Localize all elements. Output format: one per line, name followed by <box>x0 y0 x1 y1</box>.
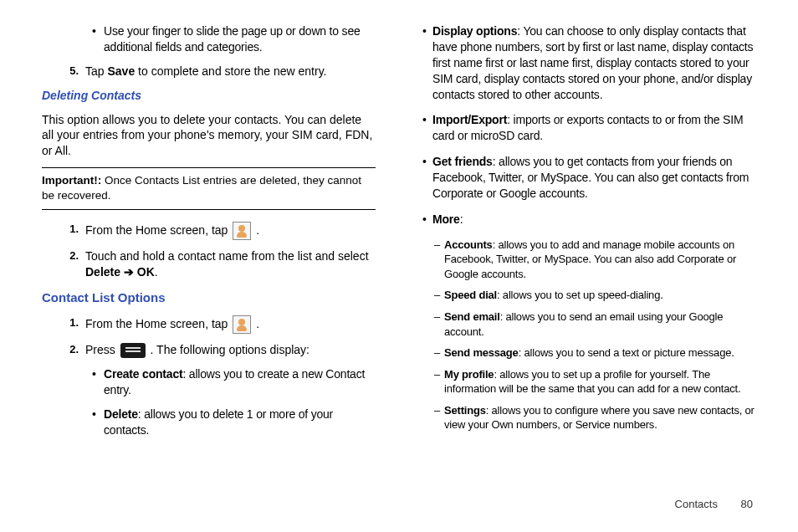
text: : allows you to delete 1 or more of your… <box>104 407 333 437</box>
step-5: 5. Tap Save to complete and store the ne… <box>67 64 376 79</box>
bold-text: Send message <box>444 346 519 359</box>
bullet-glyph: • <box>92 23 104 55</box>
more-send-email: – Send email: allows you to send an emai… <box>434 309 756 339</box>
option-delete: • Delete: allows you to delete 1 or more… <box>92 407 376 438</box>
step-body: Tap Save to complete and store the new e… <box>85 64 376 79</box>
bullet-text: Get friends: allows you to get contacts … <box>432 154 756 202</box>
dash-text: Accounts: allows you to add and manage m… <box>444 238 756 282</box>
bold-text: Speed dial <box>444 289 497 301</box>
bold-text: Save <box>107 64 135 78</box>
contacts-icon <box>233 222 251 240</box>
more-accounts: – Accounts: allows you to add and manage… <box>434 238 756 282</box>
dash-glyph: – <box>434 288 444 303</box>
bullet-item: • Use your finger to slide the page up o… <box>92 23 376 55</box>
text: : allows you to set up speed-dialing. <box>497 289 663 301</box>
more-my-profile: – My profile: allows you to set up a pro… <box>434 367 756 396</box>
bullet-glyph: • <box>422 112 432 144</box>
step-body: Touch and hold a contact name from the l… <box>85 248 376 280</box>
bold-text: Import/Export <box>432 113 507 126</box>
bullet-text: Use your finger to slide the page up or … <box>104 23 376 55</box>
text: Press <box>85 343 119 356</box>
text: . The following options display: <box>151 343 309 356</box>
step-number: 2. <box>67 248 85 263</box>
bold-text: More <box>432 212 460 226</box>
bold-text: Settings <box>444 404 486 417</box>
dash-text: Speed dial: allows you to set up speed-d… <box>444 288 756 303</box>
bold-text: Display options <box>432 24 517 38</box>
arrow-icon: ➔ <box>120 265 137 279</box>
dash-glyph: – <box>434 309 444 339</box>
step-number: 5. <box>67 64 85 79</box>
option-get-friends: • Get friends: allows you to get contact… <box>422 154 756 202</box>
bold-text: Send email <box>444 310 500 323</box>
text: . <box>256 316 259 330</box>
bullet-glyph: • <box>422 212 432 228</box>
bold-text: My profile <box>444 368 494 381</box>
dash-glyph: – <box>434 238 444 282</box>
bullet-text: Import/Export: imports or exports contac… <box>432 112 756 144</box>
bold-text: Delete <box>104 407 138 421</box>
more-settings: – Settings: allows you to configure wher… <box>434 403 756 432</box>
text: Touch and hold a contact name from the l… <box>85 249 369 263</box>
option-create-contact: • Create contact: allows you to create a… <box>92 366 376 398</box>
menu-icon <box>120 343 146 358</box>
dash-glyph: – <box>434 403 444 432</box>
dash-glyph: – <box>434 345 444 361</box>
heading-contact-list-options: Contact List Options <box>42 289 376 306</box>
text: : allows you to send a text or picture m… <box>519 346 734 359</box>
bullet-text: Create contact: allows you to create a n… <box>104 366 376 398</box>
footer-page-number: 80 <box>741 498 753 510</box>
bold-text: OK <box>137 265 155 279</box>
bullet-text: Delete: allows you to delete 1 or more o… <box>104 407 376 438</box>
dash-glyph: – <box>434 367 444 396</box>
bold-text: Delete <box>85 265 120 279</box>
bold-text: Create contact <box>104 367 182 381</box>
footer-section: Contacts <box>675 498 718 510</box>
dash-text: Settings: allows you to configure where … <box>444 403 756 432</box>
option-display-options: • Display options: You can choose to onl… <box>422 23 756 102</box>
option-more: • More: <box>422 212 756 228</box>
text: From the Home screen, tap <box>85 223 231 236</box>
right-column: • Display options: You can choose to onl… <box>422 23 756 447</box>
bullet-text: More: <box>432 212 756 228</box>
heading-deleting-contacts: Deleting Contacts <box>42 88 376 104</box>
bullet-glyph: • <box>92 366 104 398</box>
bold-text: Accounts <box>444 238 493 251</box>
dash-text: My profile: allows you to set up a profi… <box>444 367 756 396</box>
dash-text: Send message: allows you to send a text … <box>444 345 756 361</box>
clo-step-2: 2. Press . The following options display… <box>67 342 376 358</box>
step-body: From the Home screen, tap . <box>85 222 376 240</box>
text: : allows you to configure where you save… <box>444 404 755 432</box>
step-body: From the Home screen, tap . <box>85 315 376 334</box>
contacts-icon <box>233 315 251 334</box>
text: Tap <box>85 64 107 78</box>
text: From the Home screen, tap <box>85 316 231 330</box>
paragraph: This option allows you to delete your co… <box>42 112 376 160</box>
bullet-glyph: • <box>422 154 432 202</box>
step-number: 1. <box>67 222 85 237</box>
dash-text: Send email: allows you to send an email … <box>444 309 756 339</box>
text: . <box>155 265 158 279</box>
clo-step-1: 1. From the Home screen, tap . <box>67 315 376 334</box>
bold-text: Get friends <box>432 155 493 168</box>
page-content: • Use your finger to slide the page up o… <box>0 0 798 463</box>
option-import-export: • Import/Export: imports or exports cont… <box>422 112 756 144</box>
bullet-glyph: • <box>422 23 432 102</box>
more-speed-dial: – Speed dial: allows you to set up speed… <box>434 288 756 303</box>
left-column: • Use your finger to slide the page up o… <box>42 23 376 447</box>
text: to complete and store the new entry. <box>135 64 326 78</box>
important-note: Important!: Once Contacts List entries a… <box>42 167 376 209</box>
important-label: Important!: <box>42 174 101 187</box>
bullet-text: Display options: You can choose to only … <box>432 23 756 102</box>
step-body: Press . The following options display: <box>85 342 376 358</box>
more-send-message: – Send message: allows you to send a tex… <box>434 345 756 361</box>
step-number: 2. <box>67 342 85 357</box>
delete-step-1: 1. From the Home screen, tap . <box>67 222 376 240</box>
step-number: 1. <box>67 315 85 330</box>
page-footer: Contacts 80 <box>675 498 753 510</box>
text: : <box>460 212 463 226</box>
bullet-glyph: • <box>92 407 104 438</box>
delete-step-2: 2. Touch and hold a contact name from th… <box>67 248 376 280</box>
text: . <box>256 223 259 236</box>
